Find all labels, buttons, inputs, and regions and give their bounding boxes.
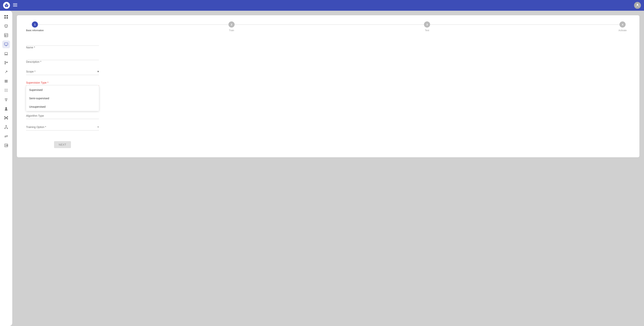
step-4-label: Activate xyxy=(618,29,627,32)
step-4-circle: 4 xyxy=(620,21,626,27)
step-1-circle: 1 xyxy=(32,21,38,27)
svg-point-56 xyxy=(4,128,5,129)
step-4: 4 Activate xyxy=(615,21,630,32)
algorithm-type-label: Algorithm Type xyxy=(26,114,44,117)
supervision-type-select[interactable]: Supervision Type * xyxy=(26,80,99,86)
svg-rect-9 xyxy=(13,4,17,5)
dropdown-option-unsupervised[interactable]: Unsupervised xyxy=(26,103,99,111)
svg-rect-23 xyxy=(4,43,8,45)
step-1-label: Basic information xyxy=(26,29,44,32)
app-logo xyxy=(3,2,10,9)
sidebar-item-numbers[interactable]: 100 xyxy=(2,142,10,149)
svg-rect-32 xyxy=(4,80,8,81)
description-field-container: Description * xyxy=(26,54,99,63)
sidebar-item-table[interactable] xyxy=(2,31,10,39)
sidebar-item-fork[interactable] xyxy=(2,123,10,131)
navbar xyxy=(0,0,644,11)
svg-rect-8 xyxy=(13,3,17,4)
svg-text:100: 100 xyxy=(5,145,8,147)
svg-rect-34 xyxy=(4,82,8,82)
name-field-container: Name * xyxy=(26,39,99,49)
supervision-type-field: Supervision Type * Supervised Semi-super… xyxy=(26,80,99,86)
step-2: 2 Train xyxy=(224,21,239,32)
stepper: 1 Basic information 2 Train 3 Test 4 xyxy=(26,21,630,32)
svg-point-40 xyxy=(7,90,8,91)
svg-point-18 xyxy=(6,25,7,26)
step-3-label: Test xyxy=(425,29,429,32)
supervision-type-dropdown: Supervised Semi-supervised Unsupervised xyxy=(26,86,99,111)
svg-rect-14 xyxy=(4,17,6,18)
scope-chevron-icon: ▾ xyxy=(97,70,99,73)
main-content: 1 Basic information 2 Train 3 Test 4 xyxy=(12,11,644,326)
svg-rect-13 xyxy=(6,15,8,16)
svg-point-43 xyxy=(7,91,8,92)
svg-rect-19 xyxy=(4,33,8,37)
next-button[interactable]: NEXT xyxy=(54,141,71,148)
svg-point-49 xyxy=(4,118,5,119)
sidebar-item-dashboard[interactable] xyxy=(2,13,10,21)
svg-point-39 xyxy=(6,90,6,91)
svg-point-41 xyxy=(5,91,5,92)
svg-point-44 xyxy=(6,100,6,101)
sidebar-item-anomaly[interactable] xyxy=(2,22,10,30)
button-row: NEXT xyxy=(26,137,99,148)
name-input[interactable] xyxy=(26,39,99,46)
svg-point-42 xyxy=(6,91,6,92)
svg-point-57 xyxy=(7,128,8,129)
dropdown-option-supervised[interactable]: Supervised xyxy=(26,86,99,94)
svg-line-54 xyxy=(6,118,7,119)
step-3-circle: 3 xyxy=(424,21,430,27)
svg-rect-15 xyxy=(6,17,8,18)
training-option-chevron-icon: ▾ xyxy=(97,125,99,129)
sidebar: 100 xyxy=(0,11,12,326)
svg-point-45 xyxy=(5,107,7,109)
navbar-left xyxy=(3,2,17,9)
sidebar-item-monitor[interactable] xyxy=(2,40,10,48)
svg-point-28 xyxy=(5,61,6,62)
description-input[interactable] xyxy=(26,54,99,60)
basic-info-form: Name * Description * Scope * ▾ Supervisi… xyxy=(26,39,99,148)
algorithm-type-select[interactable]: Algorithm Type xyxy=(26,113,99,119)
name-label: Name * xyxy=(26,46,35,49)
svg-point-2 xyxy=(6,5,6,5)
svg-rect-10 xyxy=(13,6,17,6)
scope-select[interactable]: Scope * ▾ xyxy=(26,68,99,75)
sidebar-item-branch[interactable] xyxy=(2,59,10,67)
svg-point-37 xyxy=(7,89,8,90)
form-card: 1 Basic information 2 Train 3 Test 4 xyxy=(17,15,640,157)
svg-rect-12 xyxy=(4,15,6,16)
scope-label: Scope * xyxy=(26,70,36,73)
algorithm-type-field: Algorithm Type xyxy=(26,113,99,119)
svg-point-48 xyxy=(7,117,8,117)
training-option-select[interactable]: Training Option * ▾ xyxy=(26,124,99,131)
description-label: Description * xyxy=(26,60,41,63)
user-avatar[interactable] xyxy=(634,2,641,9)
svg-rect-4 xyxy=(6,6,7,6)
svg-point-36 xyxy=(6,89,6,90)
sidebar-item-laptop[interactable] xyxy=(2,50,10,57)
svg-point-47 xyxy=(4,117,5,117)
dropdown-option-semi-supervised[interactable]: Semi-supervised xyxy=(26,94,99,103)
svg-rect-26 xyxy=(5,52,8,54)
step-3: 3 Test xyxy=(419,21,435,32)
sidebar-item-wifi[interactable] xyxy=(2,96,10,103)
supervision-type-label: Supervision Type * xyxy=(26,81,48,84)
sidebar-item-graph[interactable] xyxy=(2,114,10,122)
svg-point-38 xyxy=(5,90,5,91)
training-option-field: Training Option * ▾ xyxy=(26,124,99,131)
sidebar-item-export[interactable] xyxy=(2,68,10,76)
sidebar-item-grid[interactable] xyxy=(2,86,10,94)
svg-point-35 xyxy=(5,89,5,90)
sidebar-item-list[interactable] xyxy=(2,77,10,85)
svg-point-3 xyxy=(7,5,8,5)
svg-point-29 xyxy=(5,63,6,64)
sidebar-item-transform[interactable] xyxy=(2,132,10,140)
svg-line-51 xyxy=(5,117,6,118)
step-1: 1 Basic information xyxy=(26,21,44,32)
step-2-label: Train xyxy=(229,29,234,32)
svg-point-55 xyxy=(6,125,6,126)
hamburger-menu[interactable] xyxy=(13,3,17,8)
sidebar-item-users[interactable] xyxy=(2,105,10,113)
svg-point-11 xyxy=(637,4,638,5)
svg-rect-33 xyxy=(4,81,8,81)
